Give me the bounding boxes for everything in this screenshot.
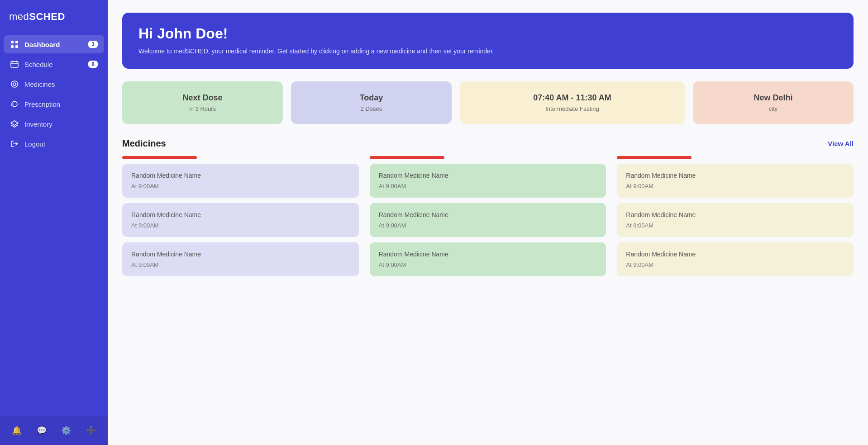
column-bar-2 bbox=[370, 156, 444, 159]
medicines-grid: Random Medicine Name At 9:00AM Random Me… bbox=[122, 156, 854, 282]
stat-title-next-dose: Next Dose bbox=[182, 93, 222, 103]
welcome-subtitle: Welcome to medSCHED, your medical remind… bbox=[138, 47, 837, 56]
medicine-card: Random Medicine Name At 9:00AM bbox=[617, 164, 854, 198]
svg-point-8 bbox=[11, 81, 18, 87]
welcome-title: Hi John Doe! bbox=[138, 25, 837, 42]
medicine-time: At 9:00AM bbox=[131, 183, 350, 189]
svg-rect-1 bbox=[15, 41, 18, 43]
calendar-icon bbox=[10, 60, 19, 69]
medicine-time: At 9:00AM bbox=[626, 222, 844, 229]
gear-icon[interactable]: ⚙️ bbox=[58, 422, 74, 439]
stat-subtitle-fasting: Intermediate Fasting bbox=[545, 105, 599, 112]
app-logo: medSCHED bbox=[0, 0, 108, 35]
medicine-card: Random Medicine Name At 9:00AM bbox=[122, 203, 359, 237]
refresh-icon bbox=[10, 99, 19, 109]
medicine-name: Random Medicine Name bbox=[131, 172, 350, 179]
logout-icon bbox=[10, 139, 19, 148]
view-all-button[interactable]: View All bbox=[828, 140, 854, 147]
welcome-banner: Hi John Doe! Welcome to medSCHED, your m… bbox=[122, 13, 854, 69]
medicine-time: At 9:00AM bbox=[379, 222, 597, 229]
stat-card-fasting: 07:40 AM - 11:30 AM Intermediate Fasting bbox=[460, 81, 685, 124]
sidebar-label-prescription: Prescription bbox=[24, 100, 60, 108]
medicine-card: Random Medicine Name At 9:00AM bbox=[617, 242, 854, 276]
badge-dashboard: 3 bbox=[88, 41, 98, 48]
sidebar-item-logout[interactable]: Logout bbox=[4, 135, 104, 153]
medicine-card: Random Medicine Name At 9:00AM bbox=[370, 203, 606, 237]
medicines-header: Medicines View All bbox=[122, 138, 854, 149]
column-bar-1 bbox=[122, 156, 197, 159]
column-bar-3 bbox=[617, 156, 692, 159]
chat-icon[interactable]: 💬 bbox=[33, 422, 50, 439]
bell-icon[interactable]: 🔔 bbox=[9, 422, 25, 439]
medicine-time: At 9:00AM bbox=[131, 222, 350, 229]
stat-subtitle-location: city bbox=[769, 105, 778, 112]
stat-card-location: New Delhi city bbox=[693, 81, 854, 124]
sidebar-item-medicines[interactable]: Medicines bbox=[4, 75, 104, 93]
medicine-column-3: Random Medicine Name At 9:00AM Random Me… bbox=[617, 156, 854, 282]
logo-part1: med bbox=[9, 11, 29, 22]
svg-rect-3 bbox=[15, 45, 18, 48]
logo-part2: SCHED bbox=[29, 11, 65, 22]
circle-icon bbox=[10, 80, 19, 89]
stat-title-location: New Delhi bbox=[754, 93, 792, 103]
stat-card-today: Today 2 Doses bbox=[291, 81, 452, 124]
sidebar-item-inventory[interactable]: Inventory bbox=[4, 115, 104, 133]
stat-subtitle-next-dose: in 3 Hours bbox=[189, 105, 216, 112]
sidebar-label-inventory: Inventory bbox=[24, 120, 52, 128]
sidebar-label-logout: Logout bbox=[24, 140, 45, 148]
plus-icon[interactable]: ➕ bbox=[83, 422, 99, 439]
medicine-card: Random Medicine Name At 9:00AM bbox=[370, 164, 606, 198]
main-content: Hi John Doe! Welcome to medSCHED, your m… bbox=[108, 0, 868, 445]
sidebar-item-schedule[interactable]: Schedule 8 bbox=[4, 55, 104, 73]
svg-rect-0 bbox=[11, 41, 14, 43]
stat-subtitle-today: 2 Doses bbox=[361, 105, 382, 112]
medicine-card: Random Medicine Name At 9:00AM bbox=[122, 164, 359, 198]
medicine-name: Random Medicine Name bbox=[379, 211, 597, 218]
sidebar: medSCHED Dashboard 3 bbox=[0, 0, 108, 445]
sidebar-label-schedule: Schedule bbox=[24, 61, 53, 68]
medicine-time: At 9:00AM bbox=[626, 183, 844, 189]
svg-rect-2 bbox=[11, 45, 14, 48]
svg-rect-4 bbox=[11, 62, 18, 67]
stat-title-today: Today bbox=[360, 93, 383, 103]
sidebar-item-dashboard[interactable]: Dashboard 3 bbox=[4, 35, 104, 53]
medicine-name: Random Medicine Name bbox=[131, 211, 350, 218]
sidebar-label-medicines: Medicines bbox=[24, 80, 55, 88]
medicine-name: Random Medicine Name bbox=[626, 172, 844, 179]
medicines-section-title: Medicines bbox=[122, 138, 166, 149]
medicine-name: Random Medicine Name bbox=[626, 211, 844, 218]
badge-schedule: 8 bbox=[88, 61, 98, 68]
sidebar-bottom-bar: 🔔 💬 ⚙️ ➕ bbox=[0, 416, 108, 445]
medicine-time: At 9:00AM bbox=[626, 261, 844, 268]
medicine-card: Random Medicine Name At 9:00AM bbox=[122, 242, 359, 276]
medicine-name: Random Medicine Name bbox=[379, 172, 597, 179]
medicine-name: Random Medicine Name bbox=[379, 251, 597, 258]
medicine-column-2: Random Medicine Name At 9:00AM Random Me… bbox=[370, 156, 606, 282]
medicine-card: Random Medicine Name At 9:00AM bbox=[617, 203, 854, 237]
medicine-time: At 9:00AM bbox=[379, 183, 597, 189]
medicine-name: Random Medicine Name bbox=[131, 251, 350, 258]
sidebar-nav: Dashboard 3 Schedule 8 bbox=[0, 35, 108, 416]
medicine-time: At 9:00AM bbox=[131, 261, 350, 268]
layers-icon bbox=[10, 119, 19, 128]
grid-icon bbox=[10, 40, 19, 49]
svg-point-9 bbox=[13, 83, 16, 85]
sidebar-item-prescription[interactable]: Prescription bbox=[4, 95, 104, 113]
stat-card-next-dose: Next Dose in 3 Hours bbox=[122, 81, 283, 124]
medicine-card: Random Medicine Name At 9:00AM bbox=[370, 242, 606, 276]
svg-marker-10 bbox=[11, 121, 18, 125]
medicine-column-1: Random Medicine Name At 9:00AM Random Me… bbox=[122, 156, 359, 282]
medicine-time: At 9:00AM bbox=[379, 261, 597, 268]
sidebar-label-dashboard: Dashboard bbox=[24, 41, 60, 48]
stat-title-fasting: 07:40 AM - 11:30 AM bbox=[533, 93, 611, 103]
stats-row: Next Dose in 3 Hours Today 2 Doses 07:40… bbox=[122, 81, 854, 124]
medicine-name: Random Medicine Name bbox=[626, 251, 844, 258]
